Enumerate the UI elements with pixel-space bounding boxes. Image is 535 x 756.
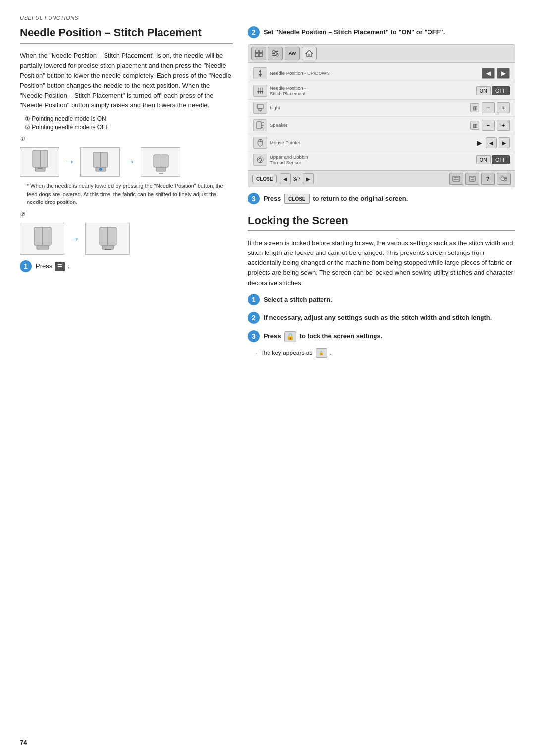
bottom-list-btn[interactable] [449,173,463,185]
step3-close-btn[interactable]: CLOSE [284,194,309,204]
step1-text: Press ☰ . [36,260,69,271]
step1-circle: 1 [20,260,32,272]
light-controls[interactable]: − + [482,102,510,113]
settings-row-needle-updown: Needle Position - UP/DOWN ◀ ▶ [248,65,515,82]
needle-updown-right-btn[interactable]: ▶ [497,68,510,79]
lock-key-btn[interactable]: 🔒 [284,331,296,342]
svg-point-60 [501,177,505,181]
left-section-title: Needle Position – Stitch Placement [20,26,233,44]
bottom-stitch-btn[interactable] [465,173,479,185]
close-button[interactable]: CLOSE [252,175,277,183]
home-icon [305,50,313,57]
step3-circle: 3 [248,193,260,204]
left-column: Needle Position – Stitch Placement When … [20,26,233,358]
page-prev-btn[interactable]: ◀ [280,173,291,184]
diagram-area-1: → → [20,147,233,177]
mouse-icon [253,137,267,149]
page-number: 74 [20,739,27,746]
settings-row-light: Light ▥ − + [248,100,515,117]
stitch-placement-controls[interactable]: ON OFF [476,86,510,95]
stitch-off-btn[interactable]: OFF [492,86,510,95]
settings-rows: Needle Position - UP/DOWN ◀ ▶ [248,63,515,170]
mode-notes: ① Pointing needle mode is ON ② Pointing … [25,115,233,131]
speaker-plus-btn[interactable]: + [497,120,510,131]
note-off-text: ② Pointing needle mode is OFF [25,124,109,131]
menu-button[interactable]: ☰ [55,262,65,271]
settings-row-speaker: Speaker ▥ − + [248,117,515,134]
thread-sensor-controls[interactable]: ON OFF [476,155,510,164]
speaker-label: Speaker [270,122,467,128]
locking-step-3: 3 Press 🔒 to lock the screen settings. [248,330,515,342]
svg-point-26 [273,50,275,52]
settings-row-mouse: Mouse Pointer ▶ ◀ ▶ [248,134,515,151]
step3-text: Press CLOSE to return to the original sc… [264,192,408,204]
thread-off-btn[interactable]: OFF [492,155,510,164]
toolbar-settings-btn[interactable] [268,47,283,60]
svg-rect-54 [453,176,460,181]
speaker-minus-btn[interactable]: − [482,120,495,131]
needle-updown-label: Needle Position - UP/DOWN [270,70,479,76]
arrow-note: → The key appears as 🔒 . [253,348,515,358]
locking-section: Locking the Screen If the screen is lock… [248,214,515,358]
step2-circle: 2 [248,26,260,38]
speaker-controls[interactable]: − + [482,120,510,131]
right-column: 2 Set "Needle Position – Stitch Placemen… [248,26,515,358]
toolbar-home-btn[interactable] [302,47,317,60]
svg-point-27 [275,52,277,54]
svg-line-44 [261,122,264,123]
mouse-label: Mouse Pointer [270,140,472,145]
speaker-level-indicator: ▥ [470,121,479,130]
light-icon [253,102,267,114]
needle-updown-left-btn[interactable]: ◀ [482,68,495,79]
grid-icon [255,50,263,57]
key-appears-icon: 🔒 [316,348,327,358]
settings-panel: AW [248,44,515,187]
svg-rect-57 [469,176,475,181]
locking-step2-circle: 2 [248,312,260,324]
svg-rect-21 [255,54,258,57]
svg-rect-22 [259,54,262,57]
locking-step2-text: If necessary, adjust any settings such a… [264,311,492,323]
toolbar-auto-btn[interactable]: AW [285,47,300,60]
svg-marker-37 [257,91,259,94]
locking-step-2: 2 If necessary, adjust any settings such… [248,311,515,324]
bottom-help-btn[interactable]: ? [481,173,495,185]
mouse-controls[interactable]: ◀ ▶ [486,137,510,148]
stitch-on-btn[interactable]: ON [476,86,491,95]
speaker-icon [253,119,267,131]
arrow-icon-2: → [125,155,136,168]
stitch-placement-icon [253,85,267,97]
svg-line-46 [261,127,264,128]
mouse-right-btn[interactable]: ▶ [499,137,510,148]
svg-rect-9 [156,167,166,171]
thread-sensor-label: Upper and Bobbin Thread Sensor [270,154,473,166]
arrow-icon-1: → [64,155,75,168]
foot-illus-1a [20,147,59,177]
needle-updown-controls[interactable]: ◀ ▶ [482,68,510,79]
svg-rect-43 [257,122,261,129]
diagram-row-2: → [20,223,233,255]
two-col-layout: Needle Position – Stitch Placement When … [20,26,515,358]
diagram-set-1: ① → [20,136,233,177]
thread-on-btn[interactable]: ON [476,155,491,164]
settings-row-stitch-placement: Needle Position - Stitch Placement ON OF… [248,82,515,100]
svg-rect-13 [37,245,49,249]
panel-bottom: CLOSE ◀ 3/7 ▶ [248,170,515,187]
page-next-btn[interactable]: ▶ [303,173,314,184]
light-minus-btn[interactable]: − [482,102,495,113]
light-plus-btn[interactable]: + [497,102,510,113]
light-label: Light [270,105,467,110]
left-body-text: When the "Needle Position – Stitch Place… [20,51,233,111]
svg-marker-39 [261,91,263,94]
bottom-settings2-btn[interactable] [497,173,511,185]
auto-label: AW [289,51,296,56]
page: USEFUL FUNCTIONS Needle Position – Stitc… [0,0,535,756]
svg-rect-20 [259,50,262,53]
panel-bottom-icons: ? [449,173,511,185]
mouse-left-btn[interactable]: ◀ [486,137,497,148]
locking-title: Locking the Screen [248,214,515,231]
foot-illus-2b [85,223,130,255]
svg-marker-35 [259,91,261,94]
footnote-text: When the needle is nearly lowered by pre… [27,182,233,206]
toolbar-grid-btn[interactable] [251,47,266,60]
